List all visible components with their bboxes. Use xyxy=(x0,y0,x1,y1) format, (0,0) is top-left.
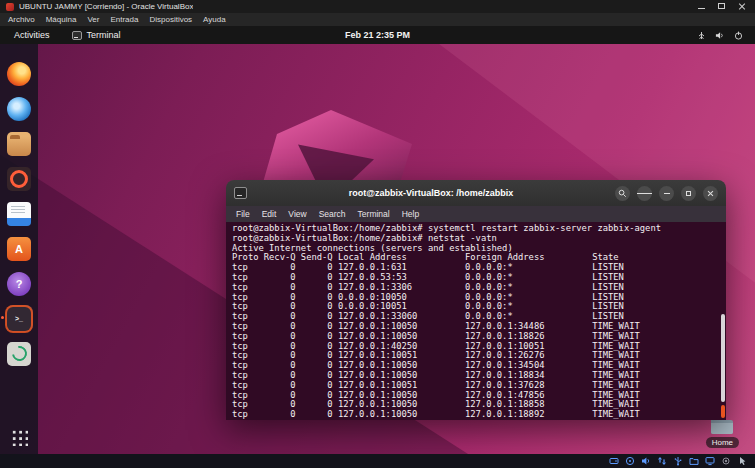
show-applications-button[interactable] xyxy=(10,428,28,446)
dock-item-libreoffice-writer[interactable] xyxy=(6,200,33,227)
terminal-headerbar[interactable]: root@zabbix-VirtualBox: /home/zabbix xyxy=(226,180,726,206)
ubuntu-software-icon: A xyxy=(7,237,31,261)
dock-item-terminal[interactable]: >_ xyxy=(6,305,33,332)
terminal-app-icon xyxy=(72,31,82,40)
terminal-menu-edit[interactable]: Edit xyxy=(262,209,277,219)
rhythmbox-icon xyxy=(7,167,31,191)
running-indicator-dot xyxy=(1,316,4,319)
terminal-search-button[interactable] xyxy=(615,186,630,201)
dock-item-files[interactable] xyxy=(6,130,33,157)
audio-status-icon[interactable] xyxy=(641,456,651,466)
scrollbar-thumb[interactable] xyxy=(721,314,725,402)
dock-item-rhythmbox[interactable] xyxy=(6,165,33,192)
guest-desktop: Activities Terminal Feb 21 2:35 PM xyxy=(0,26,755,454)
vbox-menu-maquina[interactable]: Máquina xyxy=(46,15,77,24)
dock-item-firefox[interactable] xyxy=(6,60,33,87)
display-status-icon[interactable] xyxy=(705,456,715,466)
terminal-minimize-button[interactable] xyxy=(659,186,674,201)
focused-app-label: Terminal xyxy=(87,30,121,40)
gnome-topbar: Activities Terminal Feb 21 2:35 PM xyxy=(0,26,755,44)
terminal-menu-help[interactable]: Help xyxy=(402,209,419,219)
network-status-icon[interactable] xyxy=(657,456,667,466)
terminal-icon: >_ xyxy=(7,307,31,331)
terminal-output[interactable]: root@zabbix-VirtualBox:/home/zabbix# sys… xyxy=(226,222,726,420)
shared-folders-status-icon[interactable] xyxy=(689,456,699,466)
activities-button[interactable]: Activities xyxy=(0,30,62,40)
dock-item-ubuntu-software[interactable]: A xyxy=(6,235,33,262)
vbox-menu-ver[interactable]: Ver xyxy=(87,15,99,24)
terminal-window-icon xyxy=(234,187,247,199)
power-icon xyxy=(734,31,743,40)
help-icon: ? xyxy=(7,272,31,296)
home-folder-label: Home xyxy=(706,437,739,448)
terminal-output-line: tcp 0 0 127.0.0.1:10050 127.0.0.1:18892 … xyxy=(232,410,726,420)
vbox-menu-archivo[interactable]: Archivo xyxy=(8,15,35,24)
clock-button[interactable]: Feb 21 2:35 PM xyxy=(345,30,410,40)
vbox-titlebar: UBUNTU JAMMY [Corriendo] - Oracle Virtua… xyxy=(0,0,755,13)
vbox-menu-entrada[interactable]: Entrada xyxy=(110,15,138,24)
dock-item-help[interactable]: ? xyxy=(6,270,33,297)
terminal-title: root@zabbix-VirtualBox: /home/zabbix xyxy=(254,188,608,198)
vbox-menubar: Archivo Máquina Ver Entrada Dispositivos… xyxy=(0,13,755,26)
mouse-integration-status-icon[interactable] xyxy=(737,456,747,466)
terminal-menubar: File Edit View Search Terminal Help xyxy=(226,206,726,222)
window-controls xyxy=(697,2,749,11)
terminal-scrollbar[interactable] xyxy=(720,222,725,420)
vbox-menu-dispositivos[interactable]: Dispositivos xyxy=(149,15,192,24)
help-glyph: ? xyxy=(16,278,23,290)
terminal-menu-button[interactable] xyxy=(637,186,652,201)
vbox-menu-ayuda[interactable]: Ayuda xyxy=(203,15,226,24)
terminal-menu-search[interactable]: Search xyxy=(319,209,346,219)
usb-status-icon[interactable] xyxy=(673,456,683,466)
scrollbar-accent xyxy=(721,405,725,418)
optical-disk-status-icon[interactable] xyxy=(625,456,635,466)
terminal-maximize-button[interactable] xyxy=(681,186,696,201)
home-folder-desktop-icon[interactable]: Home xyxy=(706,417,739,448)
thunderbird-icon xyxy=(7,97,31,121)
vbox-statusbar xyxy=(0,454,755,468)
virtualbox-window: UBUNTU JAMMY [Corriendo] - Oracle Virtua… xyxy=(0,0,755,468)
window-close-button[interactable] xyxy=(737,2,747,11)
recording-status-icon[interactable] xyxy=(721,456,731,466)
system-tray[interactable] xyxy=(697,31,755,40)
firefox-icon xyxy=(7,62,31,86)
volume-icon xyxy=(715,31,725,40)
dock-item-thunderbird[interactable] xyxy=(6,95,33,122)
terminal-menu-view[interactable]: View xyxy=(288,209,306,219)
libreoffice-writer-icon xyxy=(7,202,31,226)
terminal-close-button[interactable] xyxy=(703,186,718,201)
dock-item-software-updater[interactable] xyxy=(6,340,33,367)
virtualbox-logo-icon xyxy=(6,3,14,11)
terminal-window: root@zabbix-VirtualBox: /home/zabbix Fil… xyxy=(226,180,726,420)
window-maximize-button[interactable] xyxy=(717,2,727,11)
files-icon xyxy=(7,132,31,156)
window-minimize-button[interactable] xyxy=(697,2,707,11)
terminal-glyph: >_ xyxy=(15,315,23,322)
app-indicator-icon xyxy=(697,31,706,40)
hard-disk-status-icon[interactable] xyxy=(609,456,619,466)
vbox-window-title: UBUNTU JAMMY [Corriendo] - Oracle Virtua… xyxy=(19,2,193,11)
dock: A ? >_ xyxy=(0,44,38,454)
focused-app-menu[interactable]: Terminal xyxy=(62,30,121,40)
terminal-menu-file[interactable]: File xyxy=(236,209,250,219)
software-glyph: A xyxy=(15,243,23,255)
software-updater-icon xyxy=(7,342,31,366)
terminal-menu-terminal[interactable]: Terminal xyxy=(358,209,390,219)
